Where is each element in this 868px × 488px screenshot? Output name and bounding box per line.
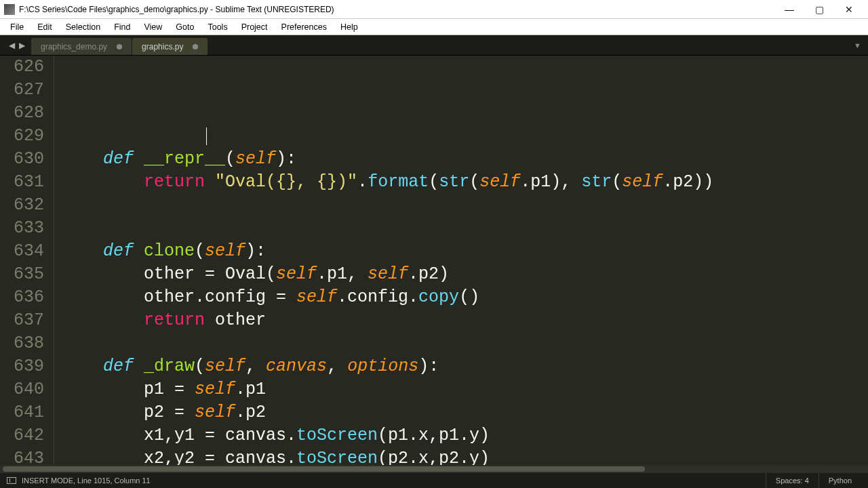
menu-item-help[interactable]: Help [334,21,364,33]
line-number: 635 [5,263,44,286]
title-bar: F:\CS Series\Code Files\graphics_demo\gr… [0,0,868,19]
line-number: 630 [5,148,44,171]
code-line[interactable]: def clone(self): [62,240,868,263]
status-indent[interactable]: Spaces: 4 [766,473,818,488]
line-number: 639 [5,355,44,378]
status-syntax[interactable]: Python [818,473,861,488]
code-line[interactable]: return other [62,309,868,332]
dirty-indicator-icon [117,44,122,49]
app-icon [4,4,15,15]
status-bar: INSERT MODE, Line 1015, Column 11 Spaces… [0,473,868,488]
horizontal-scrollbar[interactable] [0,465,868,473]
code-line[interactable] [62,217,868,240]
gutter: 6266276286296306316326336346356366376386… [0,56,54,465]
tab-nav-forward-icon[interactable]: ▶ [17,41,27,50]
window-title: F:\CS Series\Code Files\graphics_demo\gr… [19,5,774,14]
tab-nav-back-icon[interactable]: ◀ [7,41,17,50]
code-area[interactable]: def __repr__(self): return "Oval({}, {})… [54,56,868,465]
menu-item-tools[interactable]: Tools [201,21,233,33]
menu-item-file[interactable]: File [4,21,30,33]
code-line[interactable]: p1 = self.p1 [62,378,868,401]
code-line[interactable]: p2 = self.p2 [62,401,868,424]
scrollbar-thumb[interactable] [3,466,645,472]
code-line[interactable] [62,125,868,148]
menu-item-find[interactable]: Find [108,21,136,33]
code-line[interactable] [62,332,868,355]
line-number: 638 [5,332,44,355]
line-number: 626 [5,56,44,79]
line-number: 636 [5,286,44,309]
code-line[interactable]: x2,y2 = canvas.toScreen(p2.x,p2.y) [62,447,868,465]
line-number: 640 [5,378,44,401]
line-number: 633 [5,217,44,240]
code-line[interactable]: other.config = self.config.copy() [62,286,868,309]
code-line[interactable]: x1,y1 = canvas.toScreen(p1.x,p1.y) [62,424,868,447]
maximize-button[interactable]: ▢ [804,0,834,19]
line-number: 634 [5,240,44,263]
line-number: 641 [5,401,44,424]
line-number: 627 [5,79,44,102]
menu-item-preferences[interactable]: Preferences [275,21,333,33]
line-number: 637 [5,309,44,332]
tab-label: graphics_demo.py [41,42,107,52]
menu-bar: FileEditSelectionFindViewGotoToolsProjec… [0,19,868,35]
tab-dropdown-icon[interactable]: ▼ [847,35,868,55]
close-button[interactable]: ✕ [834,0,864,19]
menu-item-project[interactable]: Project [235,21,274,33]
menu-item-view[interactable]: View [138,21,168,33]
menu-item-goto[interactable]: Goto [170,21,200,33]
line-number: 642 [5,424,44,447]
editor[interactable]: 6266276286296306316326336346356366376386… [0,56,868,465]
panel-switcher-icon[interactable] [7,477,16,484]
line-number: 643 [5,447,44,465]
code-line[interactable]: other = Oval(self.p1, self.p2) [62,263,868,286]
tab-graphics-py[interactable]: graphics.py [132,38,208,55]
code-line[interactable]: def _draw(self, canvas, options): [62,355,868,378]
code-line[interactable]: def __repr__(self): [62,148,868,171]
text-cursor [206,127,207,145]
code-line[interactable]: return "Oval({}, {})".format(str(self.p1… [62,171,868,194]
status-mode: INSERT MODE, Line 1015, Column 11 [22,476,151,485]
tab-label: graphics.py [142,42,183,52]
line-number: 631 [5,171,44,194]
tab-graphics_demo-py[interactable]: graphics_demo.py [31,38,132,55]
dirty-indicator-icon [193,44,198,49]
code-line[interactable] [62,194,868,217]
menu-item-edit[interactable]: Edit [31,21,58,33]
minimize-button[interactable]: — [774,0,804,19]
line-number: 628 [5,102,44,125]
tab-nav: ◀ ▶ [3,35,31,55]
tab-bar: ◀ ▶ graphics_demo.pygraphics.py ▼ [0,35,868,56]
line-number: 632 [5,194,44,217]
line-number: 629 [5,125,44,148]
menu-item-selection[interactable]: Selection [60,21,106,33]
